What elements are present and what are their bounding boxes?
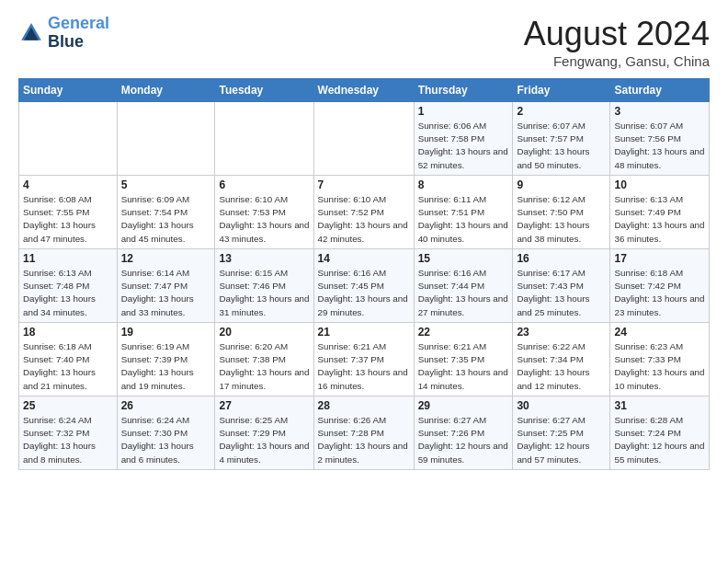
col-thursday: Thursday — [414, 79, 513, 102]
day-number: 2 — [517, 105, 606, 118]
day-info: Sunrise: 6:27 AM Sunset: 7:26 PM Dayligh… — [418, 414, 509, 466]
day-info: Sunrise: 6:10 AM Sunset: 7:53 PM Dayligh… — [219, 193, 309, 246]
day-info: Sunrise: 6:07 AM Sunset: 7:56 PM Dayligh… — [614, 120, 705, 172]
day-number: 21 — [318, 326, 410, 339]
calendar-cell: 27Sunrise: 6:25 AM Sunset: 7:29 PM Dayli… — [215, 396, 313, 470]
day-info: Sunrise: 6:24 AM Sunset: 7:30 PM Dayligh… — [121, 414, 211, 466]
day-info: Sunrise: 6:16 AM Sunset: 7:45 PM Dayligh… — [318, 267, 410, 319]
day-number: 20 — [219, 326, 309, 339]
calendar-cell: 13Sunrise: 6:15 AM Sunset: 7:46 PM Dayli… — [215, 249, 313, 323]
calendar-cell: 11Sunrise: 6:13 AM Sunset: 7:48 PM Dayli… — [19, 249, 118, 323]
day-info: Sunrise: 6:16 AM Sunset: 7:44 PM Dayligh… — [418, 267, 509, 319]
calendar-cell: 26Sunrise: 6:24 AM Sunset: 7:30 PM Dayli… — [117, 396, 215, 470]
day-number: 17 — [614, 252, 705, 265]
logo-icon — [18, 20, 44, 46]
col-friday: Friday — [513, 79, 610, 102]
calendar-cell: 29Sunrise: 6:27 AM Sunset: 7:26 PM Dayli… — [414, 396, 513, 470]
day-info: Sunrise: 6:10 AM Sunset: 7:52 PM Dayligh… — [318, 193, 410, 246]
calendar-cell: 8Sunrise: 6:11 AM Sunset: 7:51 PM Daylig… — [414, 176, 513, 249]
day-info: Sunrise: 6:28 AM Sunset: 7:24 PM Dayligh… — [614, 414, 705, 466]
day-info: Sunrise: 6:13 AM Sunset: 7:48 PM Dayligh… — [23, 267, 113, 319]
day-number: 18 — [23, 326, 113, 339]
col-saturday: Saturday — [610, 79, 710, 102]
day-number: 12 — [121, 252, 211, 265]
day-number: 25 — [23, 399, 113, 412]
calendar-cell: 2Sunrise: 6:07 AM Sunset: 7:57 PM Daylig… — [513, 102, 610, 176]
calendar-cell: 10Sunrise: 6:13 AM Sunset: 7:49 PM Dayli… — [610, 176, 710, 249]
day-number: 8 — [418, 178, 509, 191]
col-sunday: Sunday — [19, 79, 118, 102]
day-info: Sunrise: 6:27 AM Sunset: 7:25 PM Dayligh… — [517, 414, 606, 466]
day-info: Sunrise: 6:13 AM Sunset: 7:49 PM Dayligh… — [614, 193, 705, 246]
day-info: Sunrise: 6:18 AM Sunset: 7:40 PM Dayligh… — [23, 340, 113, 393]
calendar-week-2: 4Sunrise: 6:08 AM Sunset: 7:55 PM Daylig… — [19, 176, 710, 249]
calendar-cell: 31Sunrise: 6:28 AM Sunset: 7:24 PM Dayli… — [610, 396, 710, 470]
day-number: 30 — [517, 399, 606, 412]
calendar-cell: 25Sunrise: 6:24 AM Sunset: 7:32 PM Dayli… — [19, 396, 118, 470]
day-info: Sunrise: 6:17 AM Sunset: 7:43 PM Dayligh… — [517, 267, 606, 319]
page: General Blue August 2024 Fengwang, Gansu… — [0, 0, 728, 563]
logo: General Blue — [18, 15, 109, 52]
calendar-cell: 15Sunrise: 6:16 AM Sunset: 7:44 PM Dayli… — [414, 249, 513, 323]
day-info: Sunrise: 6:19 AM Sunset: 7:39 PM Dayligh… — [121, 340, 211, 393]
day-number: 14 — [318, 252, 410, 265]
day-info: Sunrise: 6:18 AM Sunset: 7:42 PM Dayligh… — [614, 267, 705, 319]
day-info: Sunrise: 6:25 AM Sunset: 7:29 PM Dayligh… — [219, 414, 309, 466]
day-info: Sunrise: 6:15 AM Sunset: 7:46 PM Dayligh… — [219, 267, 309, 319]
day-info: Sunrise: 6:07 AM Sunset: 7:57 PM Dayligh… — [517, 120, 606, 172]
day-info: Sunrise: 6:21 AM Sunset: 7:35 PM Dayligh… — [418, 340, 509, 393]
day-number: 26 — [121, 399, 211, 412]
calendar-cell: 16Sunrise: 6:17 AM Sunset: 7:43 PM Dayli… — [513, 249, 610, 323]
calendar-cell: 3Sunrise: 6:07 AM Sunset: 7:56 PM Daylig… — [610, 102, 710, 176]
title-block: August 2024 Fengwang, Gansu, China — [524, 15, 710, 69]
day-number: 29 — [418, 399, 509, 412]
logo-text: General Blue — [48, 15, 109, 52]
calendar-cell — [19, 102, 118, 176]
calendar-cell: 14Sunrise: 6:16 AM Sunset: 7:45 PM Dayli… — [313, 249, 414, 323]
calendar-cell: 6Sunrise: 6:10 AM Sunset: 7:53 PM Daylig… — [215, 176, 313, 249]
day-info: Sunrise: 6:20 AM Sunset: 7:38 PM Dayligh… — [219, 340, 309, 393]
calendar-week-5: 25Sunrise: 6:24 AM Sunset: 7:32 PM Dayli… — [19, 396, 710, 470]
calendar-cell: 12Sunrise: 6:14 AM Sunset: 7:47 PM Dayli… — [117, 249, 215, 323]
calendar-cell: 5Sunrise: 6:09 AM Sunset: 7:54 PM Daylig… — [117, 176, 215, 249]
day-number: 10 — [614, 178, 705, 191]
calendar-cell: 7Sunrise: 6:10 AM Sunset: 7:52 PM Daylig… — [313, 176, 414, 249]
month-title: August 2024 — [524, 15, 710, 53]
calendar-cell — [313, 102, 414, 176]
calendar-cell: 17Sunrise: 6:18 AM Sunset: 7:42 PM Dayli… — [610, 249, 710, 323]
location-subtitle: Fengwang, Gansu, China — [524, 53, 710, 69]
calendar-cell: 30Sunrise: 6:27 AM Sunset: 7:25 PM Dayli… — [513, 396, 610, 470]
calendar-cell: 20Sunrise: 6:20 AM Sunset: 7:38 PM Dayli… — [215, 323, 313, 396]
col-tuesday: Tuesday — [215, 79, 313, 102]
day-number: 15 — [418, 252, 509, 265]
day-number: 28 — [318, 399, 410, 412]
day-number: 13 — [219, 252, 309, 265]
col-monday: Monday — [117, 79, 215, 102]
day-number: 23 — [517, 326, 606, 339]
day-number: 11 — [23, 252, 113, 265]
col-wednesday: Wednesday — [313, 79, 414, 102]
day-number: 9 — [517, 178, 606, 191]
calendar-cell: 9Sunrise: 6:12 AM Sunset: 7:50 PM Daylig… — [513, 176, 610, 249]
day-info: Sunrise: 6:26 AM Sunset: 7:28 PM Dayligh… — [318, 414, 410, 466]
day-number: 5 — [121, 178, 211, 191]
calendar-cell: 21Sunrise: 6:21 AM Sunset: 7:37 PM Dayli… — [313, 323, 414, 396]
calendar-week-4: 18Sunrise: 6:18 AM Sunset: 7:40 PM Dayli… — [19, 323, 710, 396]
day-info: Sunrise: 6:06 AM Sunset: 7:58 PM Dayligh… — [418, 120, 509, 172]
day-number: 24 — [614, 326, 705, 339]
day-info: Sunrise: 6:08 AM Sunset: 7:55 PM Dayligh… — [23, 193, 113, 246]
day-number: 31 — [614, 399, 705, 412]
day-info: Sunrise: 6:09 AM Sunset: 7:54 PM Dayligh… — [121, 193, 211, 246]
calendar-cell: 1Sunrise: 6:06 AM Sunset: 7:58 PM Daylig… — [414, 102, 513, 176]
day-info: Sunrise: 6:14 AM Sunset: 7:47 PM Dayligh… — [121, 267, 211, 319]
day-info: Sunrise: 6:23 AM Sunset: 7:33 PM Dayligh… — [614, 340, 705, 393]
calendar-cell: 24Sunrise: 6:23 AM Sunset: 7:33 PM Dayli… — [610, 323, 710, 396]
calendar-week-3: 11Sunrise: 6:13 AM Sunset: 7:48 PM Dayli… — [19, 249, 710, 323]
calendar-cell: 4Sunrise: 6:08 AM Sunset: 7:55 PM Daylig… — [19, 176, 118, 249]
day-number: 19 — [121, 326, 211, 339]
calendar-cell — [117, 102, 215, 176]
day-info: Sunrise: 6:11 AM Sunset: 7:51 PM Dayligh… — [418, 193, 509, 246]
day-number: 4 — [23, 178, 113, 191]
calendar-cell: 18Sunrise: 6:18 AM Sunset: 7:40 PM Dayli… — [19, 323, 118, 396]
day-info: Sunrise: 6:22 AM Sunset: 7:34 PM Dayligh… — [517, 340, 606, 393]
